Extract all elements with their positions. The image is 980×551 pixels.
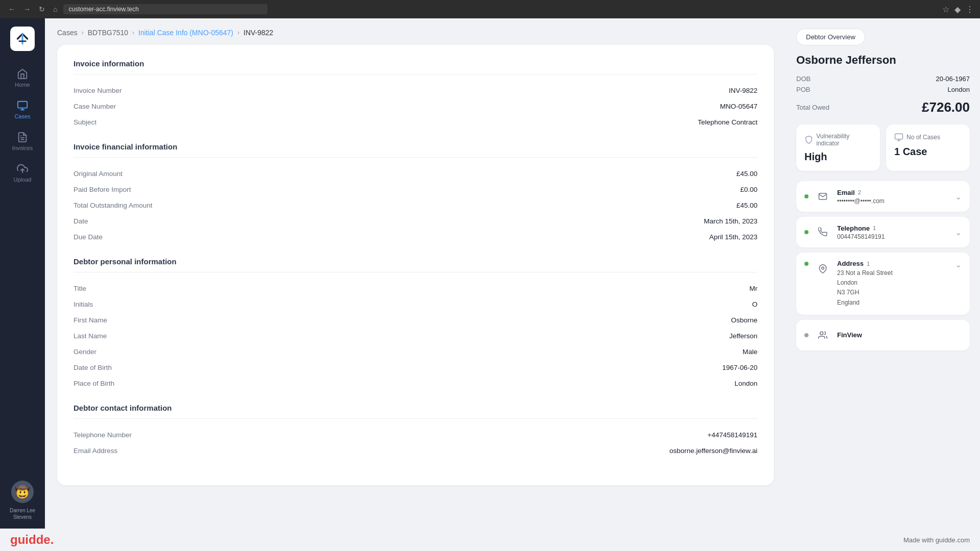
paid-before-row: Paid Before Import £0.00 <box>74 182 757 197</box>
breadcrumb-sep-2: › <box>132 29 134 36</box>
gender-label: Gender <box>74 348 96 356</box>
home-browser-button[interactable]: ⌂ <box>51 4 59 14</box>
dob-meta-label: DOB <box>796 75 811 83</box>
case-number-row: Case Number MNO-05647 <box>74 98 757 114</box>
address-contact-item[interactable]: Address 1 23 Not a Real Street London N3… <box>796 253 970 315</box>
vulnerability-value: High <box>804 151 872 163</box>
dob-label: Date of Birth <box>74 364 112 371</box>
finview-label: FinView <box>837 331 862 339</box>
finview-item: FinView <box>796 320 970 350</box>
financial-info-header: Invoice financial information <box>74 142 757 158</box>
paid-before-value: £0.00 <box>740 186 757 193</box>
vulnerability-card: Vulnerability indicator High <box>796 124 880 171</box>
breadcrumb-bdtbg[interactable]: BDTBG7510 <box>88 29 128 37</box>
finview-status-dot <box>804 333 808 337</box>
email-contact-item[interactable]: Email 2 ••••••••@•••••.com ⌄ <box>796 181 970 212</box>
star-icon[interactable]: ☆ <box>942 5 949 14</box>
telephone-value: +447458149191 <box>707 431 757 439</box>
email-chevron-icon[interactable]: ⌄ <box>955 192 962 202</box>
contact-info-header: Debtor contact information <box>74 404 757 419</box>
email-count: 2 <box>858 189 861 195</box>
telephone-chevron-icon[interactable]: ⌄ <box>955 228 962 237</box>
title-row: Title Mr <box>74 281 757 296</box>
cases-label: No of Cases <box>894 133 962 142</box>
app-logo <box>10 27 35 51</box>
invoice-card: Invoice information Invoice Number INV-9… <box>57 45 774 485</box>
sidebar-item-invoices[interactable]: Invoices <box>0 127 45 156</box>
breadcrumb-initial-case[interactable]: Initial Case Info (MNO-05647) <box>138 29 233 37</box>
email-address-label: Email Address <box>74 447 117 455</box>
contact-info-section: Debtor contact information Telephone Num… <box>74 404 757 459</box>
invoice-info-header: Invoice information <box>74 59 757 74</box>
due-date-row: Due Date April 15th, 2023 <box>74 229 757 245</box>
sidebar-item-cases[interactable]: Cases <box>0 95 45 124</box>
case-number-label: Case Number <box>74 103 116 110</box>
original-amount-row: Original Amount £45.00 <box>74 166 757 182</box>
dob-row: Date of Birth 1967-06-20 <box>74 360 757 375</box>
original-amount-value: £45.00 <box>737 170 757 178</box>
breadcrumb-sep-3: › <box>237 29 239 36</box>
debtor-overview-button[interactable]: Debtor Overview <box>796 29 865 45</box>
email-sub: ••••••••@•••••.com <box>837 197 949 205</box>
title-label: Title <box>74 285 86 292</box>
sidebar-item-home[interactable]: Home <box>0 63 45 93</box>
paid-before-label: Paid Before Import <box>74 186 131 193</box>
sidebar-home-label: Home <box>15 82 30 88</box>
email-address-value: osborne.jefferson@finview.ai <box>669 447 757 455</box>
personal-info-header: Debtor personal information <box>74 257 757 272</box>
due-date-label: Due Date <box>74 233 103 241</box>
extension-icon[interactable]: ◆ <box>954 5 961 14</box>
title-value: Mr <box>749 285 757 292</box>
case-number-value: MNO-05647 <box>720 103 757 110</box>
pob-value: London <box>734 380 757 387</box>
last-name-value: Jefferson <box>729 332 757 340</box>
vulnerability-icon <box>804 135 813 144</box>
finview-section: FinView <box>796 320 970 350</box>
address-count: 1 <box>867 261 870 267</box>
menu-icon[interactable]: ⋮ <box>966 5 974 14</box>
first-name-value: Osborne <box>731 316 757 324</box>
total-owed-label: Total Owed <box>796 104 829 111</box>
email-status-dot <box>804 194 808 198</box>
telephone-contact-item[interactable]: Telephone 1 00447458149191 ⌄ <box>796 217 970 247</box>
right-panel: Debtor Overview Osborne Jefferson DOB 20… <box>786 18 980 529</box>
email-icon <box>815 188 831 205</box>
pob-label: Place of Birth <box>74 380 114 387</box>
invoice-number-row: Invoice Number INV-9822 <box>74 83 757 98</box>
gender-value: Male <box>743 348 757 356</box>
back-button[interactable]: ← <box>6 4 17 14</box>
pob-row: Place of Birth London <box>74 375 757 391</box>
telephone-count: 1 <box>873 225 876 231</box>
indicator-cards: Vulnerability indicator High No of Cases… <box>796 124 970 171</box>
pob-meta-label: POB <box>796 86 810 93</box>
breadcrumb-cases[interactable]: Cases <box>57 29 78 37</box>
date-value: March 15th, 2023 <box>704 217 757 225</box>
date-label: Date <box>74 217 88 225</box>
avatar[interactable]: 🤠 <box>11 481 34 503</box>
cases-card: No of Cases 1 Case <box>886 124 970 171</box>
personal-info-section: Debtor personal information Title Mr Ini… <box>74 257 757 391</box>
total-owed-row: Total Owed £726.00 <box>796 99 970 115</box>
email-contact-section: Email 2 ••••••••@•••••.com ⌄ <box>796 181 970 212</box>
initials-row: Initials O <box>74 296 757 312</box>
total-outstanding-value: £45.00 <box>737 202 757 209</box>
guidde-logo: guidde. <box>10 533 54 547</box>
forward-button[interactable]: → <box>21 4 33 14</box>
address-title: Address 1 <box>837 260 949 267</box>
sidebar-item-upload[interactable]: Upload <box>0 158 45 188</box>
dob-meta-row: DOB 20-06-1967 <box>796 75 970 83</box>
total-outstanding-row: Total Outstanding Amount £45.00 <box>74 197 757 213</box>
last-name-label: Last Name <box>74 332 107 340</box>
telephone-contact-info: Telephone 1 00447458149191 <box>837 224 949 240</box>
total-owed-value: £726.00 <box>922 99 970 115</box>
first-name-row: First Name Osborne <box>74 312 757 328</box>
browser-icons: ☆ ◆ ⋮ <box>942 5 974 14</box>
user-name: Darren Lee Stevens <box>0 507 45 520</box>
sidebar-nav: Home Cases Invoices <box>0 63 45 188</box>
telephone-contact-section: Telephone 1 00447458149191 ⌄ <box>796 217 970 247</box>
guidde-footer: guidde. Made with guidde.com <box>0 529 980 551</box>
subject-row: Subject Telephone Contract <box>74 114 757 130</box>
address-chevron-icon[interactable]: ⌄ <box>955 260 962 269</box>
subject-value: Telephone Contract <box>698 118 757 126</box>
refresh-button[interactable]: ↻ <box>37 4 47 14</box>
